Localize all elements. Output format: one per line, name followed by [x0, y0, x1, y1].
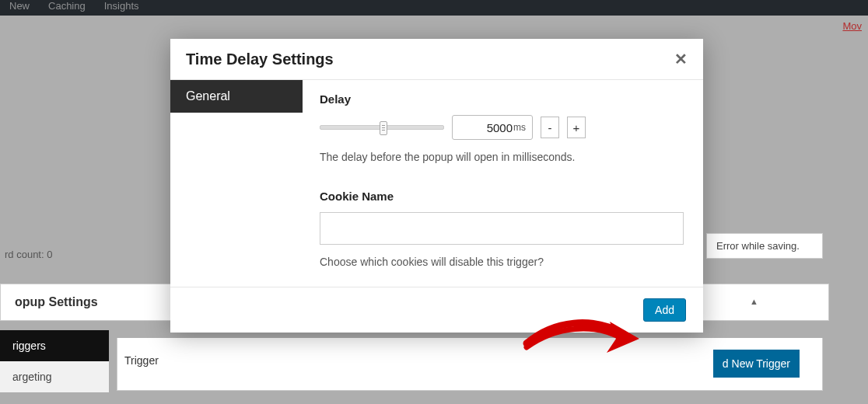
admin-toolbar: New Caching Insights — [0, 0, 868, 16]
modal-content: Delay 5000ms - + The delay before the po… — [303, 80, 703, 287]
move-link[interactable]: Mov — [842, 20, 862, 32]
settings-side-tabs: riggers argeting — [0, 330, 109, 392]
modal-side-tabs: General — [170, 80, 303, 287]
time-delay-settings-modal: Time Delay Settings ✕ General Delay 5000… — [170, 39, 703, 333]
trigger-row-label: Trigger — [124, 354, 159, 367]
cookie-help-text: Choose which cookies will disable this t… — [320, 256, 686, 268]
delay-unit: ms — [513, 122, 526, 133]
toolbar-item-new[interactable]: New — [9, 0, 30, 12]
delay-label: Delay — [320, 92, 686, 106]
toolbar-item-insights[interactable]: Insights — [104, 0, 139, 12]
delay-value: 5000 — [487, 121, 513, 134]
close-icon[interactable]: ✕ — [674, 50, 688, 68]
cookie-name-input[interactable] — [320, 212, 684, 245]
panel-collapse-icon[interactable]: ▲ — [750, 297, 758, 306]
modal-header: Time Delay Settings ✕ — [170, 39, 703, 80]
delay-slider[interactable] — [320, 125, 444, 130]
delay-decrement-button[interactable]: - — [541, 117, 559, 138]
modal-tab-general[interactable]: General — [170, 80, 303, 113]
delay-controls: 5000ms - + — [320, 115, 686, 140]
cookie-label: Cookie Name — [320, 190, 686, 203]
side-tab-targeting[interactable]: argeting — [0, 361, 109, 392]
slider-thumb-icon[interactable] — [380, 121, 387, 135]
panel-title-text: opup Settings — [15, 295, 98, 308]
delay-help-text: The delay before the popup will open in … — [320, 151, 686, 163]
delay-increment-button[interactable]: + — [567, 117, 586, 138]
add-button[interactable]: Add — [643, 298, 686, 322]
error-notice: Error while saving. — [706, 233, 823, 259]
add-new-trigger-button[interactable]: d New Trigger — [713, 350, 800, 378]
modal-footer: Add — [170, 287, 703, 333]
side-tab-triggers[interactable]: riggers — [0, 330, 109, 361]
toolbar-item-caching[interactable]: Caching — [48, 0, 86, 12]
modal-title: Time Delay Settings — [186, 50, 334, 68]
word-count: rd count: 0 — [5, 249, 52, 260]
delay-number-input[interactable]: 5000ms — [452, 115, 533, 140]
